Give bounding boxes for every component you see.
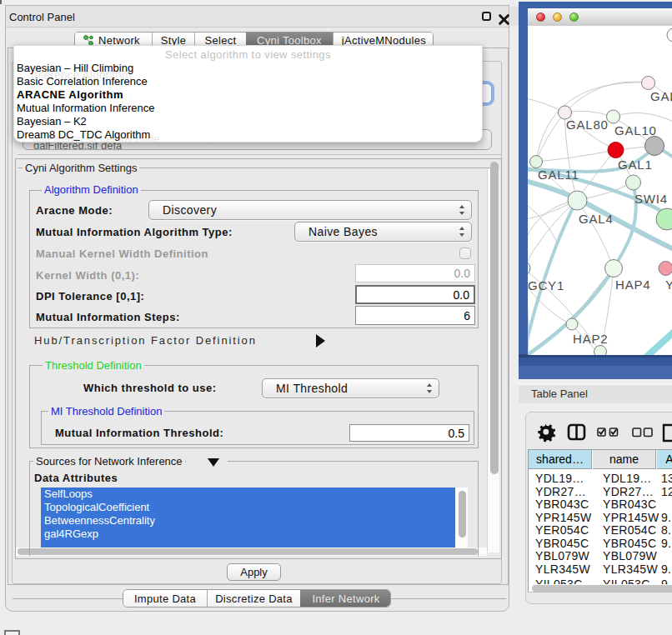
svg-text:GCY1: GCY1 bbox=[528, 278, 564, 292]
svg-text:GAL80: GAL80 bbox=[566, 118, 609, 132]
svg-text:GAL2: GAL2 bbox=[650, 89, 672, 103]
svg-text:GAL11: GAL11 bbox=[538, 168, 579, 182]
svg-text:HAP4: HAP4 bbox=[615, 278, 650, 292]
svg-text:GAL4: GAL4 bbox=[579, 212, 614, 226]
svg-text:Y: Y bbox=[665, 278, 672, 292]
svg-text:GAL1: GAL1 bbox=[618, 158, 653, 172]
svg-text:SWI4: SWI4 bbox=[634, 192, 668, 206]
svg-text:HAP2: HAP2 bbox=[573, 332, 608, 346]
svg-text:GAL10: GAL10 bbox=[614, 123, 657, 138]
